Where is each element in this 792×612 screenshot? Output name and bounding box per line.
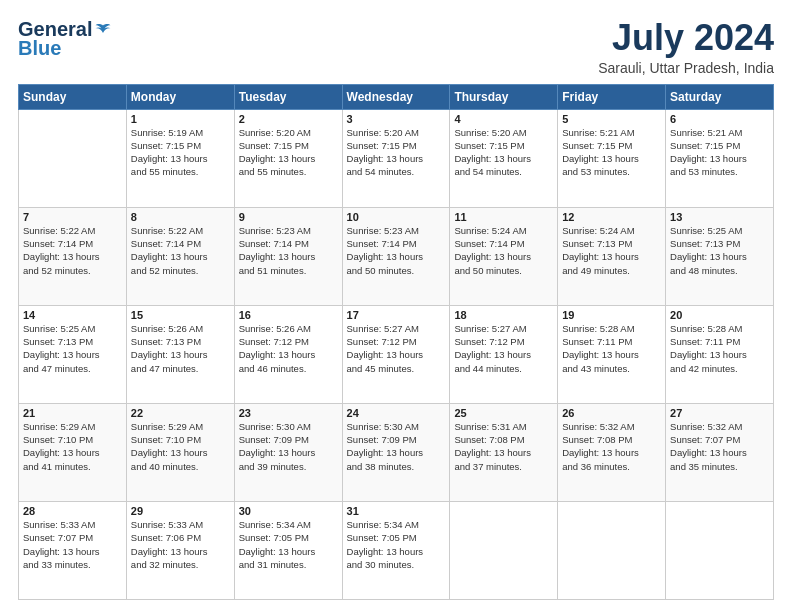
col-monday: Monday bbox=[126, 84, 234, 109]
col-tuesday: Tuesday bbox=[234, 84, 342, 109]
day-info: Sunrise: 5:19 AMSunset: 7:15 PMDaylight:… bbox=[131, 126, 230, 179]
page: General Blue July 2024 Sarauli, Uttar Pr… bbox=[0, 0, 792, 612]
day-number: 25 bbox=[454, 407, 553, 419]
day-info: Sunrise: 5:34 AMSunset: 7:05 PMDaylight:… bbox=[347, 518, 446, 571]
title-section: July 2024 Sarauli, Uttar Pradesh, India bbox=[598, 18, 774, 76]
month-year: July 2024 bbox=[598, 18, 774, 58]
calendar-cell: 31Sunrise: 5:34 AMSunset: 7:05 PMDayligh… bbox=[342, 501, 450, 599]
day-info: Sunrise: 5:23 AMSunset: 7:14 PMDaylight:… bbox=[239, 224, 338, 277]
day-number: 13 bbox=[670, 211, 769, 223]
day-info: Sunrise: 5:31 AMSunset: 7:08 PMDaylight:… bbox=[454, 420, 553, 473]
calendar-cell: 9Sunrise: 5:23 AMSunset: 7:14 PMDaylight… bbox=[234, 207, 342, 305]
day-number: 19 bbox=[562, 309, 661, 321]
calendar-cell: 7Sunrise: 5:22 AMSunset: 7:14 PMDaylight… bbox=[19, 207, 127, 305]
day-info: Sunrise: 5:24 AMSunset: 7:14 PMDaylight:… bbox=[454, 224, 553, 277]
day-number: 21 bbox=[23, 407, 122, 419]
day-number: 27 bbox=[670, 407, 769, 419]
day-info: Sunrise: 5:27 AMSunset: 7:12 PMDaylight:… bbox=[347, 322, 446, 375]
day-info: Sunrise: 5:20 AMSunset: 7:15 PMDaylight:… bbox=[347, 126, 446, 179]
calendar-cell bbox=[450, 501, 558, 599]
col-wednesday: Wednesday bbox=[342, 84, 450, 109]
day-number: 15 bbox=[131, 309, 230, 321]
day-number: 14 bbox=[23, 309, 122, 321]
day-number: 22 bbox=[131, 407, 230, 419]
day-number: 7 bbox=[23, 211, 122, 223]
calendar-cell: 19Sunrise: 5:28 AMSunset: 7:11 PMDayligh… bbox=[558, 305, 666, 403]
calendar-cell: 3Sunrise: 5:20 AMSunset: 7:15 PMDaylight… bbox=[342, 109, 450, 207]
day-number: 24 bbox=[347, 407, 446, 419]
calendar-cell: 11Sunrise: 5:24 AMSunset: 7:14 PMDayligh… bbox=[450, 207, 558, 305]
day-number: 6 bbox=[670, 113, 769, 125]
day-info: Sunrise: 5:29 AMSunset: 7:10 PMDaylight:… bbox=[23, 420, 122, 473]
col-sunday: Sunday bbox=[19, 84, 127, 109]
day-number: 11 bbox=[454, 211, 553, 223]
col-thursday: Thursday bbox=[450, 84, 558, 109]
calendar-cell: 10Sunrise: 5:23 AMSunset: 7:14 PMDayligh… bbox=[342, 207, 450, 305]
day-info: Sunrise: 5:23 AMSunset: 7:14 PMDaylight:… bbox=[347, 224, 446, 277]
calendar-cell: 22Sunrise: 5:29 AMSunset: 7:10 PMDayligh… bbox=[126, 403, 234, 501]
day-info: Sunrise: 5:29 AMSunset: 7:10 PMDaylight:… bbox=[131, 420, 230, 473]
calendar-cell: 27Sunrise: 5:32 AMSunset: 7:07 PMDayligh… bbox=[666, 403, 774, 501]
day-info: Sunrise: 5:20 AMSunset: 7:15 PMDaylight:… bbox=[239, 126, 338, 179]
day-info: Sunrise: 5:21 AMSunset: 7:15 PMDaylight:… bbox=[562, 126, 661, 179]
logo-blue: Blue bbox=[18, 37, 61, 60]
day-info: Sunrise: 5:27 AMSunset: 7:12 PMDaylight:… bbox=[454, 322, 553, 375]
day-info: Sunrise: 5:33 AMSunset: 7:06 PMDaylight:… bbox=[131, 518, 230, 571]
header: General Blue July 2024 Sarauli, Uttar Pr… bbox=[18, 18, 774, 76]
day-number: 1 bbox=[131, 113, 230, 125]
calendar-cell: 15Sunrise: 5:26 AMSunset: 7:13 PMDayligh… bbox=[126, 305, 234, 403]
day-info: Sunrise: 5:26 AMSunset: 7:13 PMDaylight:… bbox=[131, 322, 230, 375]
calendar-cell bbox=[666, 501, 774, 599]
calendar-week-2: 7Sunrise: 5:22 AMSunset: 7:14 PMDaylight… bbox=[19, 207, 774, 305]
calendar-cell: 13Sunrise: 5:25 AMSunset: 7:13 PMDayligh… bbox=[666, 207, 774, 305]
day-number: 20 bbox=[670, 309, 769, 321]
calendar-cell: 30Sunrise: 5:34 AMSunset: 7:05 PMDayligh… bbox=[234, 501, 342, 599]
calendar-cell: 26Sunrise: 5:32 AMSunset: 7:08 PMDayligh… bbox=[558, 403, 666, 501]
header-row: Sunday Monday Tuesday Wednesday Thursday… bbox=[19, 84, 774, 109]
calendar-cell: 2Sunrise: 5:20 AMSunset: 7:15 PMDaylight… bbox=[234, 109, 342, 207]
calendar-cell: 6Sunrise: 5:21 AMSunset: 7:15 PMDaylight… bbox=[666, 109, 774, 207]
day-number: 26 bbox=[562, 407, 661, 419]
day-number: 31 bbox=[347, 505, 446, 517]
calendar-week-3: 14Sunrise: 5:25 AMSunset: 7:13 PMDayligh… bbox=[19, 305, 774, 403]
day-info: Sunrise: 5:32 AMSunset: 7:07 PMDaylight:… bbox=[670, 420, 769, 473]
day-number: 29 bbox=[131, 505, 230, 517]
calendar-week-1: 1Sunrise: 5:19 AMSunset: 7:15 PMDaylight… bbox=[19, 109, 774, 207]
calendar-cell: 1Sunrise: 5:19 AMSunset: 7:15 PMDaylight… bbox=[126, 109, 234, 207]
day-info: Sunrise: 5:25 AMSunset: 7:13 PMDaylight:… bbox=[670, 224, 769, 277]
day-info: Sunrise: 5:30 AMSunset: 7:09 PMDaylight:… bbox=[239, 420, 338, 473]
calendar-cell: 17Sunrise: 5:27 AMSunset: 7:12 PMDayligh… bbox=[342, 305, 450, 403]
day-number: 4 bbox=[454, 113, 553, 125]
day-number: 30 bbox=[239, 505, 338, 517]
day-info: Sunrise: 5:22 AMSunset: 7:14 PMDaylight:… bbox=[23, 224, 122, 277]
calendar-week-4: 21Sunrise: 5:29 AMSunset: 7:10 PMDayligh… bbox=[19, 403, 774, 501]
day-number: 8 bbox=[131, 211, 230, 223]
day-number: 18 bbox=[454, 309, 553, 321]
col-friday: Friday bbox=[558, 84, 666, 109]
day-number: 28 bbox=[23, 505, 122, 517]
calendar-table: Sunday Monday Tuesday Wednesday Thursday… bbox=[18, 84, 774, 600]
calendar-cell: 28Sunrise: 5:33 AMSunset: 7:07 PMDayligh… bbox=[19, 501, 127, 599]
day-number: 5 bbox=[562, 113, 661, 125]
calendar-cell: 23Sunrise: 5:30 AMSunset: 7:09 PMDayligh… bbox=[234, 403, 342, 501]
day-info: Sunrise: 5:25 AMSunset: 7:13 PMDaylight:… bbox=[23, 322, 122, 375]
logo: General Blue bbox=[18, 18, 112, 60]
day-info: Sunrise: 5:22 AMSunset: 7:14 PMDaylight:… bbox=[131, 224, 230, 277]
calendar-cell: 16Sunrise: 5:26 AMSunset: 7:12 PMDayligh… bbox=[234, 305, 342, 403]
calendar-cell bbox=[558, 501, 666, 599]
day-info: Sunrise: 5:26 AMSunset: 7:12 PMDaylight:… bbox=[239, 322, 338, 375]
calendar-cell: 29Sunrise: 5:33 AMSunset: 7:06 PMDayligh… bbox=[126, 501, 234, 599]
calendar-cell: 20Sunrise: 5:28 AMSunset: 7:11 PMDayligh… bbox=[666, 305, 774, 403]
day-number: 16 bbox=[239, 309, 338, 321]
calendar-cell: 12Sunrise: 5:24 AMSunset: 7:13 PMDayligh… bbox=[558, 207, 666, 305]
location: Sarauli, Uttar Pradesh, India bbox=[598, 60, 774, 76]
calendar-cell: 14Sunrise: 5:25 AMSunset: 7:13 PMDayligh… bbox=[19, 305, 127, 403]
day-number: 2 bbox=[239, 113, 338, 125]
day-info: Sunrise: 5:33 AMSunset: 7:07 PMDaylight:… bbox=[23, 518, 122, 571]
day-number: 10 bbox=[347, 211, 446, 223]
day-info: Sunrise: 5:30 AMSunset: 7:09 PMDaylight:… bbox=[347, 420, 446, 473]
day-number: 12 bbox=[562, 211, 661, 223]
day-number: 9 bbox=[239, 211, 338, 223]
day-info: Sunrise: 5:34 AMSunset: 7:05 PMDaylight:… bbox=[239, 518, 338, 571]
day-number: 3 bbox=[347, 113, 446, 125]
